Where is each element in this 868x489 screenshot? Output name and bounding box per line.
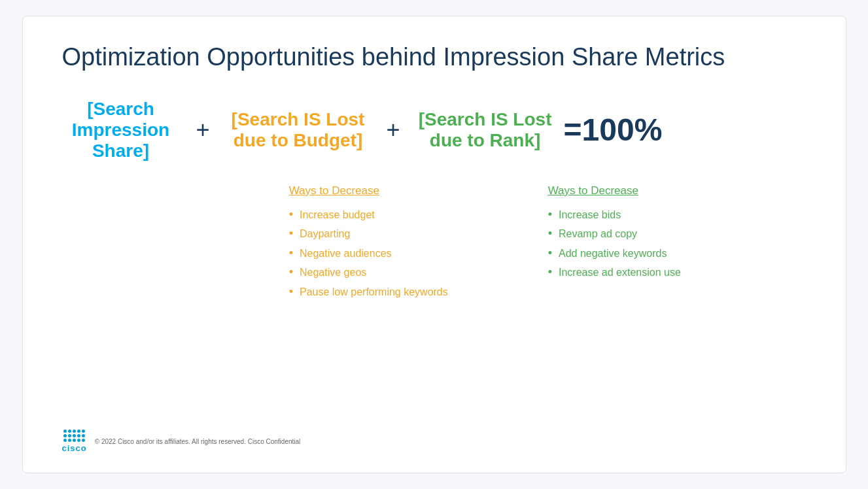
list-item: Dayparting (289, 227, 515, 241)
plus-sign-2: + (387, 116, 400, 144)
formula-row: [Search Impression Share] + [Search IS L… (62, 99, 807, 161)
rank-detail-col: Ways to Decrease Increase bids Revamp ad… (529, 184, 807, 423)
budget-ways-heading: Ways to Decrease (289, 184, 515, 197)
list-item: Increase ad extension use (548, 265, 793, 280)
plus-sign-1: + (196, 116, 210, 144)
footer-copyright: © 2022 Cisco and/or its affiliates. All … (95, 438, 301, 445)
footer: cisco © 2022 Cisco and/or its affiliates… (62, 423, 807, 453)
list-item: Revamp ad copy (548, 227, 793, 241)
list-item: Increase budget (289, 208, 515, 222)
term-search-is-lost-budget: [Search IS Lost due to Budget] (226, 109, 370, 151)
slide-title: Optimization Opportunities behind Impres… (62, 42, 807, 73)
cisco-logo: cisco (62, 430, 87, 453)
list-item: Pause low performing keywords (289, 285, 515, 299)
budget-detail-col: Ways to Decrease Increase budget Daypart… (269, 184, 529, 423)
list-item: Add negative keywords (548, 246, 793, 261)
term-search-impression-share: [Search Impression Share] (62, 99, 180, 161)
list-item: Negative audiences (289, 246, 515, 261)
budget-bullet-list: Increase budget Dayparting Negative audi… (289, 208, 515, 299)
rank-ways-heading: Ways to Decrease (548, 184, 793, 197)
cisco-brand-text: cisco (62, 443, 87, 453)
details-row: Ways to Decrease Increase budget Daypart… (62, 184, 807, 423)
rank-bullet-list: Increase bids Revamp ad copy Add negativ… (548, 208, 793, 280)
equals-100: =100% (564, 112, 663, 148)
spacer-col (62, 184, 269, 423)
list-item: Negative geos (289, 265, 515, 280)
slide: Optimization Opportunities behind Impres… (22, 16, 846, 473)
list-item: Increase bids (548, 208, 793, 222)
term-search-is-lost-rank: [Search IS Lost due to Rank] (417, 109, 554, 151)
cisco-dots-icon (63, 430, 85, 442)
